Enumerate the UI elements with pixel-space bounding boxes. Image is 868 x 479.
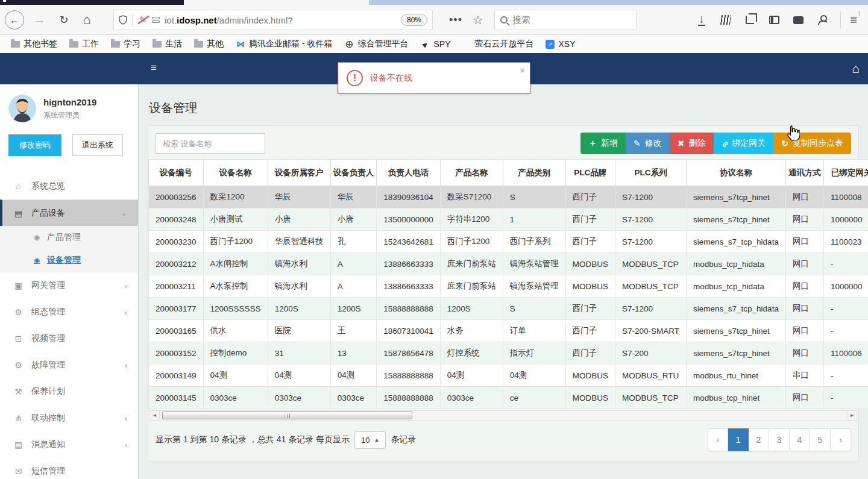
sidebar-subitem[interactable]: ◉设备管理	[0, 249, 138, 272]
logout-button[interactable]: 退出系统	[72, 134, 123, 156]
edit-button[interactable]: ✎修改	[626, 133, 670, 154]
sidebar-item[interactable]: ▤消息通知‹	[0, 431, 138, 458]
downloads-icon[interactable]: ↓	[692, 10, 711, 30]
table-cell: 200003248	[149, 208, 204, 231]
table-row[interactable]: 200003248小唐测试小唐小唐13500000000字符串12001西门子S…	[149, 208, 868, 231]
bookmark-item[interactable]: ↗XSY	[541, 37, 580, 51]
home-button[interactable]: ⌂	[77, 10, 96, 30]
column-header[interactable]: 产品名称	[440, 160, 503, 186]
page-next-button[interactable]: ›	[831, 428, 851, 451]
add-button[interactable]: ＋新增	[580, 133, 626, 154]
browser-search-box[interactable]: 搜索	[494, 10, 637, 30]
permissions-icon[interactable]	[152, 17, 160, 23]
table-cell: 网口	[785, 342, 823, 365]
forward-button[interactable]: →	[30, 10, 49, 30]
delete-button[interactable]: ✖删除	[670, 133, 714, 154]
sidebar-item[interactable]: ⚙组态管理‹	[0, 299, 138, 325]
table-row[interactable]: 20000314904测04测04测1588888888804测04测MODBU…	[149, 365, 868, 387]
camera-icon: ▣	[13, 281, 24, 290]
column-header[interactable]: 负责人电话	[377, 160, 441, 186]
page-number-button[interactable]: 2	[749, 428, 769, 451]
horizontal-scrollbar[interactable]: ◄ ►	[149, 410, 857, 421]
bookmark-item[interactable]: 萤石云开放平台	[458, 37, 538, 51]
chat-bubble-icon[interactable]	[788, 10, 808, 30]
app-home-icon[interactable]: ⌂	[852, 62, 860, 75]
browser-toolbar: ← → ↻ ⌂ ✎ iot.idosp.net/admin/index.html…	[0, 5, 868, 35]
table-cell: -	[823, 298, 868, 320]
table-cell: MODBUS_RTU	[615, 365, 687, 387]
home-icon: ⌂	[83, 13, 90, 27]
page-actions-icon[interactable]: •••	[446, 10, 465, 30]
column-header[interactable]: 已绑定网关	[823, 160, 868, 186]
sidebar-collapse-icon[interactable]: ≡	[151, 62, 157, 74]
sidebar-subitem[interactable]: ◉产品管理	[0, 226, 138, 249]
tracking-shield-icon[interactable]	[119, 15, 127, 25]
sidebar-toggle-icon[interactable]	[764, 10, 784, 30]
table-row[interactable]: 200003230西门子1200华辰智通科技孔15243642681西门子120…	[149, 231, 868, 253]
active-tab-sliver[interactable]	[0, 0, 184, 5]
zoom-level-badge[interactable]: 80%	[401, 14, 427, 26]
table-row[interactable]: 200003211A水泵控制镇海水利A13886663333庶来门前泵站镇海泵站…	[149, 275, 868, 298]
sidebar-item[interactable]: ✉短信管理	[0, 458, 138, 479]
bookmark-item[interactable]: 工作	[64, 37, 104, 51]
column-header[interactable]: 设备所属客户	[268, 160, 330, 186]
page-number-button[interactable]: 5	[810, 428, 831, 451]
bookmark-item[interactable]: ⋈腾讯企业邮箱 - 收件箱	[231, 37, 337, 51]
bookmark-item[interactable]: ⊕综合管理平台	[339, 37, 413, 51]
table-row[interactable]: 200003165供水医院王18607310041水务订单西门子S7-200-S…	[149, 320, 868, 342]
sidebar-item[interactable]: ▣网关管理‹	[0, 272, 138, 299]
bookmark-item[interactable]: 学习	[106, 37, 145, 51]
bookmark-item[interactable]: ►SPY	[415, 37, 455, 51]
account-icon[interactable]	[813, 10, 832, 30]
alert-close-icon[interactable]: ×	[520, 65, 525, 75]
column-header[interactable]: 设备编号	[149, 160, 204, 186]
bookmark-label: 腾讯企业邮箱 - 收件箱	[249, 39, 332, 49]
sidebar-item[interactable]: ⌂系统总览	[0, 173, 138, 199]
column-header[interactable]: PLC品牌	[565, 160, 615, 186]
page-prev-button[interactable]: ‹	[708, 428, 728, 451]
sidebar-item[interactable]: ▤产品设备⌄	[0, 199, 138, 226]
screenshot-crop-icon[interactable]	[740, 10, 760, 30]
library-icon[interactable]	[716, 10, 735, 30]
bind-gateway-button[interactable]: ∞绑定网关	[714, 133, 774, 154]
page-number-button[interactable]: 3	[769, 428, 790, 451]
table-cell: 04测	[203, 365, 268, 387]
column-header[interactable]: 协议名称	[687, 160, 786, 186]
back-button[interactable]: ←	[5, 10, 24, 30]
table-row[interactable]: 200003212A水闸控制镇海水利A13886663333庶来门前泵站镇海泵站…	[149, 253, 868, 275]
table-row[interactable]: 2000031771200SSSSSS1200S1200S15888888888…	[149, 298, 868, 320]
column-header[interactable]: PLC系列	[615, 160, 687, 186]
table-cell: 字符串1200	[440, 208, 503, 231]
scroll-left-arrow[interactable]: ◄	[150, 411, 160, 420]
bookmark-star-icon[interactable]: ☆	[468, 10, 488, 30]
page-number-button[interactable]: 4	[790, 428, 810, 451]
copy-sync-table-button[interactable]: ↻复制同步点表	[773, 133, 851, 154]
sidebar-item[interactable]: ⚙故障管理‹	[0, 352, 138, 378]
avatar[interactable]	[8, 95, 36, 122]
bookmark-item[interactable]: 其他书签	[6, 37, 62, 51]
column-header[interactable]: 设备负责人	[330, 160, 377, 186]
user-role: 系统管理员	[43, 110, 96, 121]
column-header[interactable]: 产品类别	[503, 160, 565, 186]
scrollbar-thumb[interactable]	[162, 412, 412, 419]
page-number-button[interactable]: 1	[728, 428, 749, 451]
change-password-button[interactable]: 修改密码	[8, 134, 61, 156]
sidebar-item[interactable]: ⚒保养计划	[0, 378, 138, 405]
device-search-input[interactable]	[156, 133, 265, 154]
column-header[interactable]: 通讯方式	[785, 160, 823, 186]
blocked-permission-icon[interactable]: ✎	[137, 14, 148, 25]
table-row[interactable]: 200003152控制demo311315878656478灯控系统指示灯西门子…	[149, 342, 868, 365]
sidebar-item[interactable]: ⋔联动控制‹	[0, 405, 138, 431]
table-row[interactable]: 200003256数采1200华辰华辰18390936104数采S71200S西…	[149, 186, 868, 208]
table-row[interactable]: 2000031450303ce0303ce0303ce1588888888803…	[149, 387, 868, 409]
scroll-right-arrow[interactable]: ►	[847, 411, 857, 420]
reload-button[interactable]: ↻	[54, 10, 74, 30]
bookmark-item[interactable]: 其他	[189, 37, 228, 51]
column-header[interactable]: 设备名称	[203, 160, 268, 186]
url-bar[interactable]: ✎ iot.idosp.net/admin/index.html? 80%	[113, 10, 433, 30]
sidebar-item[interactable]: ⊡视频管理	[0, 325, 138, 352]
page-size-dropdown[interactable]: 10 ▲	[354, 431, 386, 449]
url-text[interactable]: iot.idosp.net/admin/index.html?	[165, 15, 401, 25]
device-panel: ＋新增✎修改✖删除∞绑定网关↻复制同步点表 设备编号设备名称设备所属客户设备负责…	[148, 125, 859, 462]
bookmark-item[interactable]: 生活	[148, 37, 187, 51]
